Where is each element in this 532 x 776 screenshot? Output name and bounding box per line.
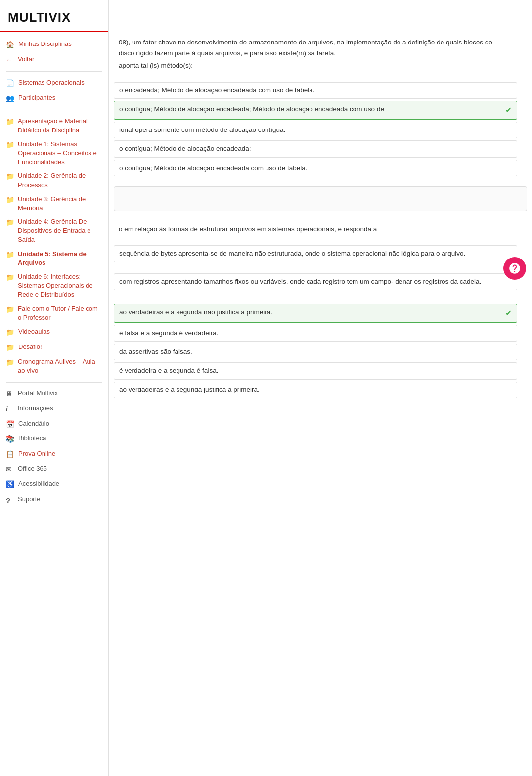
people-icon: 👥 <box>6 94 14 104</box>
q2-text: o em relação às formas de estruturar arq… <box>119 224 507 235</box>
sidebar-item-unidade4[interactable]: 📁 Unidade 4: Gerência De Dispositivos de… <box>0 215 108 247</box>
q1-subtext: aponta tal (is) método(s): <box>119 60 507 71</box>
home-icon: 🏠 <box>6 40 14 50</box>
folder-icon: 📁 <box>6 195 14 205</box>
sidebar-item-sistemas-operacionais[interactable]: 📄 Sistemas Operacionais <box>0 76 108 91</box>
sidebar-item-acessibilidade[interactable]: ♿ Acessibilidade <box>0 477 108 492</box>
folder-icon: 📁 <box>6 328 14 338</box>
sidebar-divider-3 <box>6 382 102 383</box>
answer-option-2b[interactable]: com registros apresentando tamanhos fixo… <box>114 273 517 290</box>
floating-help-button[interactable] <box>503 257 526 280</box>
sidebar-item-label: Office 365 <box>18 464 47 473</box>
folder-icon: 📁 <box>6 117 14 127</box>
sidebar-item-label: Portal Multivix <box>18 389 58 398</box>
sidebar-item-apresentacao[interactable]: 📁 Apresentação e Material Didático da Di… <box>0 114 108 137</box>
main-content: 08), um fator chave no desenvolvimento d… <box>109 0 532 776</box>
calendar-icon: 📅 <box>6 420 14 430</box>
email-icon: ✉ <box>6 465 14 474</box>
answer-text: ional opera somente com método de alocaç… <box>119 125 285 135</box>
sidebar-item-voltar[interactable]: ← Voltar <box>0 52 108 68</box>
answer-text: da assertivas são falsas. <box>119 347 192 357</box>
logo: MULTIVIX <box>8 10 71 25</box>
sidebar-item-calendario[interactable]: 📅 Calendário <box>0 417 108 432</box>
spacer-1 <box>114 264 517 271</box>
sidebar-item-desafio[interactable]: 📁 Desafio! <box>0 340 108 355</box>
sidebar-item-minhas-disciplinas[interactable]: 🏠 Minhas Disciplinas <box>0 37 108 52</box>
sidebar-item-label: Cronograma Aulives – Aula ao vivo <box>18 357 102 375</box>
sidebar-item-informacoes[interactable]: i Informações <box>0 401 108 417</box>
check-icon: ✔ <box>505 307 512 319</box>
sidebar-top-section: 🏠 Minhas Disciplinas ← Voltar <box>0 36 108 68</box>
sidebar-item-cronograma[interactable]: 📁 Cronograma Aulives – Aula ao vivo <box>0 355 108 378</box>
check-icon: ✔ <box>505 104 512 116</box>
answer-option-3a[interactable]: ão verdadeiras e a segunda não justifica… <box>114 304 517 323</box>
monitor-icon: 🖥 <box>6 389 14 399</box>
sidebar-item-label: Unidade 5: Sistema de Arquivos <box>18 250 102 267</box>
question-1-area: 08), um fator chave no desenvolvimento d… <box>109 27 532 183</box>
sidebar-item-label: Videoaulas <box>18 327 50 336</box>
sidebar-item-label: Minhas Disciplinas <box>18 40 72 48</box>
answer-option-1c[interactable]: ional opera somente com método de alocaç… <box>114 122 517 138</box>
sidebar-item-unidade1[interactable]: 📁 Unidade 1: Sistemas Operacionais – Con… <box>0 137 108 170</box>
sidebar-item-unidade5[interactable]: 📁 Unidade 5: Sistema de Arquivos <box>0 247 108 270</box>
sidebar-item-portal-multivix[interactable]: 🖥 Portal Multivix <box>0 387 108 402</box>
folder-icon: 📁 <box>6 343 14 353</box>
document-icon: 📄 <box>6 79 14 88</box>
sidebar-item-prova-online[interactable]: 📋 Prova Online <box>0 447 108 462</box>
sidebar-bottom-section: 🖥 Portal Multivix i Informações 📅 Calend… <box>0 386 108 509</box>
sidebar-item-suporte[interactable]: ? Suporte <box>0 492 108 508</box>
answer-option-1e[interactable]: o contígua; Método de alocação encadeada… <box>114 160 517 176</box>
answer-text: é verdadeira e a segunda é falsa. <box>119 366 218 376</box>
sidebar: MULTIVIX 🏠 Minhas Disciplinas ← Voltar 📄… <box>0 0 109 776</box>
answer-option-3e[interactable]: ão verdadeiras e a segunda justifica a p… <box>114 382 517 398</box>
sidebar-item-label: Unidade 2: Gerência de Processos <box>18 172 102 189</box>
answer-text: com registros apresentando tamanhos fixo… <box>119 277 481 287</box>
answer-option-3d[interactable]: é verdadeira e a segunda é falsa. <box>114 362 517 379</box>
sidebar-item-unidade3[interactable]: 📁 Unidade 3: Gerência de Memória <box>0 192 108 215</box>
sidebar-item-unidade2[interactable]: 📁 Unidade 2: Gerência de Processos <box>0 169 108 192</box>
answer-option-1d[interactable]: o contígua; Método de alocação encadeada… <box>114 140 517 157</box>
sidebar-mid-section: 📄 Sistemas Operacionais 👥 Participantes <box>0 75 108 107</box>
book-icon: 📚 <box>6 434 14 444</box>
answer-option-1b[interactable]: o contígua; Método de alocação encadeada… <box>114 101 517 120</box>
folder-icon: 📁 <box>6 250 14 260</box>
question-2-block: o em relação às formas de estruturar arq… <box>114 219 517 242</box>
sidebar-item-label: Calendário <box>18 419 49 428</box>
sidebar-item-label: Suporte <box>18 495 41 504</box>
sidebar-item-fale-tutor[interactable]: 📁 Fale com o Tutor / Fale com o Professo… <box>0 302 108 325</box>
answer-option-3c[interactable]: da assertivas são falsas. <box>114 344 517 360</box>
answer-option-2a[interactable]: sequência de bytes apresenta-se de manei… <box>114 245 517 262</box>
sidebar-item-label: Unidade 3: Gerência de Memória <box>18 195 102 213</box>
answer-option-3b[interactable]: é falsa e a segunda é verdadeira. <box>114 325 517 342</box>
answer-text: o contígua; Método de alocação encadeada… <box>119 163 308 173</box>
sidebar-item-label: Unidade 4: Gerência De Dispositivos de E… <box>18 217 102 245</box>
answer-text: ão verdadeiras e a segunda justifica a p… <box>119 385 260 395</box>
sidebar-item-unidade6[interactable]: 📁 Unidade 6: Interfaces: Sistemas Operac… <box>0 270 108 302</box>
sidebar-item-label: Voltar <box>18 55 34 64</box>
sidebar-item-label: Prova Online <box>18 449 55 458</box>
logo-area: MULTIVIX <box>0 5 108 32</box>
sidebar-item-label: Desafio! <box>18 343 42 351</box>
folder-icon: 📁 <box>6 172 14 182</box>
sidebar-item-label: Biblioteca <box>18 434 46 443</box>
folder-icon: 📁 <box>6 140 14 150</box>
checklist-icon: 📋 <box>6 450 14 460</box>
sidebar-divider-1 <box>6 71 102 72</box>
q1-text: 08), um fator chave no desenvolvimento d… <box>119 37 507 58</box>
sidebar-item-videoaulas[interactable]: 📁 Videoaulas <box>0 325 108 340</box>
answer-text: sequência de bytes apresenta-se de manei… <box>119 249 465 259</box>
question-2-area: o em relação às formas de estruturar arq… <box>109 214 532 297</box>
sidebar-item-label: Acessibilidade <box>18 479 59 488</box>
question-3-area: ão verdadeiras e a segunda não justifica… <box>109 297 532 405</box>
info-icon: i <box>6 404 14 414</box>
answer-text: o contígua; Método de alocação encadeada… <box>119 144 251 154</box>
folder-icon: 📁 <box>6 358 14 368</box>
sidebar-item-office365[interactable]: ✉ Office 365 <box>0 462 108 477</box>
sidebar-item-biblioteca[interactable]: 📚 Biblioteca <box>0 431 108 447</box>
sidebar-item-participantes[interactable]: 👥 Participantes <box>0 91 108 106</box>
sidebar-item-label: Apresentação e Material Didático da Disc… <box>18 117 102 134</box>
answer-option-1a[interactable]: o encadeada; Método de alocação encadead… <box>114 82 517 99</box>
folder-icon: 📁 <box>6 305 14 315</box>
answer-text: é falsa e a segunda é verdadeira. <box>119 328 218 338</box>
sidebar-folder-section: 📁 Apresentação e Material Didático da Di… <box>0 113 108 379</box>
